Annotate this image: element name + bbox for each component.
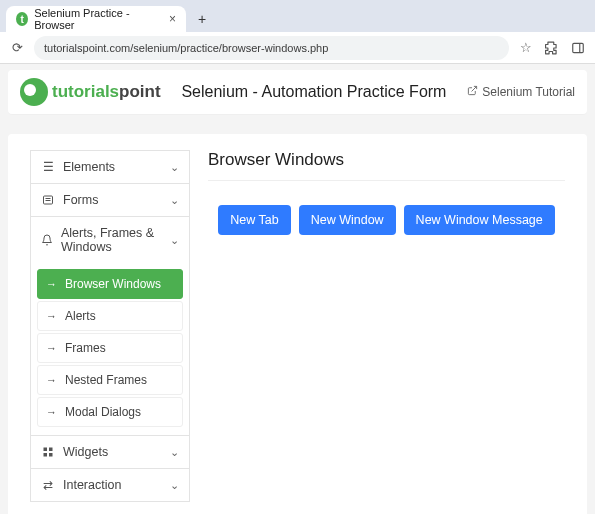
sidebar-sub-modal-dialogs[interactable]: → Modal Dialogs xyxy=(37,397,183,427)
link-label: Selenium Tutorial xyxy=(482,85,575,99)
extensions-icon[interactable] xyxy=(543,39,561,57)
close-icon[interactable]: × xyxy=(169,12,176,26)
svg-rect-0 xyxy=(573,43,584,52)
chevron-down-icon: ⌄ xyxy=(170,446,179,459)
arrow-right-icon: → xyxy=(46,310,57,322)
sub-item-label: Frames xyxy=(65,341,106,355)
arrow-right-icon: → xyxy=(46,342,57,354)
star-icon[interactable]: ☆ xyxy=(517,39,535,57)
sidebar-item-label: Elements xyxy=(63,160,115,174)
list-icon: ☰ xyxy=(41,160,55,174)
favicon-icon: t xyxy=(16,12,28,26)
page-header: tutorialspoint Selenium - Automation Pra… xyxy=(8,70,587,114)
sidepanel-icon[interactable] xyxy=(569,39,587,57)
chevron-down-icon: ⌄ xyxy=(170,161,179,174)
logo-text: tutorialspoint xyxy=(52,82,161,102)
sidebar-item-forms[interactable]: Forms ⌄ xyxy=(30,183,190,217)
arrow-right-icon: → xyxy=(46,374,57,386)
sidebar-item-alerts-frames-windows[interactable]: Alerts, Frames & Windows ⌄ → Browser Win… xyxy=(30,216,190,436)
chevron-down-icon: ⌄ xyxy=(170,479,179,492)
bell-icon xyxy=(41,233,53,247)
new-tab-button[interactable]: New Tab xyxy=(218,205,290,235)
content-card: ☰ Elements ⌄ Forms ⌄ xyxy=(8,134,587,514)
page-title: Selenium - Automation Practice Form xyxy=(177,83,452,101)
sidebar-item-widgets[interactable]: Widgets ⌄ xyxy=(30,435,190,469)
sidebar-sub-nested-frames[interactable]: → Nested Frames xyxy=(37,365,183,395)
external-link-icon xyxy=(467,85,478,99)
grid-icon xyxy=(41,445,55,459)
url-text: tutorialspoint.com/selenium/practice/bro… xyxy=(44,42,328,54)
sidebar-item-label: Forms xyxy=(63,193,98,207)
browser-tab[interactable]: t Selenium Practice - Browser × xyxy=(6,6,186,32)
sub-item-label: Nested Frames xyxy=(65,373,147,387)
sidebar-item-interaction[interactable]: ⇄ Interaction ⌄ xyxy=(30,468,190,502)
arrow-right-icon: → xyxy=(46,278,57,290)
new-window-button[interactable]: New Window xyxy=(299,205,396,235)
logo[interactable]: tutorialspoint xyxy=(20,78,161,106)
sidebar-item-elements[interactable]: ☰ Elements ⌄ xyxy=(30,150,190,184)
svg-rect-6 xyxy=(44,448,48,452)
new-window-message-button[interactable]: New Window Message xyxy=(404,205,555,235)
svg-rect-7 xyxy=(49,448,53,452)
sidebar-sub-alerts[interactable]: → Alerts xyxy=(37,301,183,331)
sub-item-label: Modal Dialogs xyxy=(65,405,141,419)
arrow-right-icon: → xyxy=(46,406,57,418)
page-body: tutorialspoint Selenium - Automation Pra… xyxy=(0,64,595,514)
form-icon xyxy=(41,193,55,207)
svg-rect-9 xyxy=(49,453,53,457)
sidebar: ☰ Elements ⌄ Forms ⌄ xyxy=(30,150,190,502)
reload-icon[interactable]: ⟳ xyxy=(8,39,26,57)
browser-tab-strip: t Selenium Practice - Browser × + xyxy=(0,0,595,32)
sidebar-sublist: → Browser Windows → Alerts → Frames → Ne… xyxy=(31,263,189,435)
sidebar-item-label: Interaction xyxy=(63,478,121,492)
new-tab-button[interactable]: + xyxy=(192,9,212,29)
chevron-down-icon: ⌄ xyxy=(170,234,179,247)
logo-icon xyxy=(20,78,48,106)
svg-rect-8 xyxy=(44,453,48,457)
sub-item-label: Alerts xyxy=(65,309,96,323)
content-title: Browser Windows xyxy=(208,150,565,181)
tab-title: Selenium Practice - Browser xyxy=(34,7,155,31)
sidebar-sub-frames[interactable]: → Frames xyxy=(37,333,183,363)
swap-icon: ⇄ xyxy=(41,478,55,492)
sidebar-item-label: Widgets xyxy=(63,445,108,459)
sidebar-sub-browser-windows[interactable]: → Browser Windows xyxy=(37,269,183,299)
button-row: New Tab New Window New Window Message xyxy=(208,205,565,235)
svg-line-2 xyxy=(472,86,477,91)
chevron-down-icon: ⌄ xyxy=(170,194,179,207)
sub-item-label: Browser Windows xyxy=(65,277,161,291)
browser-toolbar: ⟳ tutorialspoint.com/selenium/practice/b… xyxy=(0,32,595,64)
sidebar-item-label: Alerts, Frames & Windows xyxy=(61,226,162,254)
url-bar[interactable]: tutorialspoint.com/selenium/practice/bro… xyxy=(34,36,509,60)
selenium-tutorial-link[interactable]: Selenium Tutorial xyxy=(467,85,575,99)
main-content: Browser Windows New Tab New Window New W… xyxy=(208,150,565,502)
